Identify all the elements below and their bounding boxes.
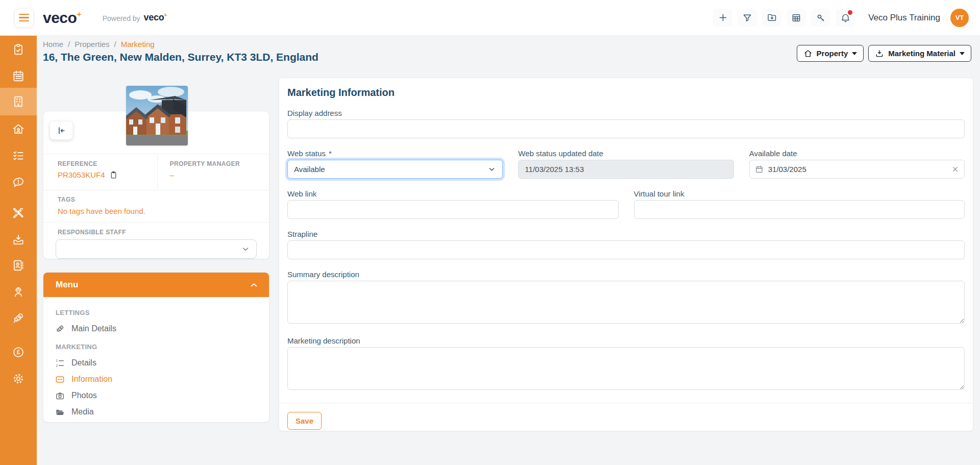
- folder-export-button[interactable]: [762, 9, 781, 27]
- key-button[interactable]: [811, 9, 830, 27]
- strapline-label: Strapline: [287, 230, 965, 238]
- sidebar-item-tools[interactable]: [0, 202, 37, 225]
- close-icon: [951, 165, 959, 173]
- sidebar-item-import[interactable]: [0, 229, 37, 251]
- sidebar-item-chat[interactable]: [0, 171, 37, 193]
- calendar-icon: [12, 69, 25, 83]
- hamburger-menu-button[interactable]: [14, 8, 34, 28]
- responsible-staff-select[interactable]: [56, 239, 257, 259]
- web-status-select[interactable]: Available: [287, 160, 503, 179]
- display-address-label: Display address: [287, 109, 965, 117]
- account-name: Veco Plus Training: [868, 13, 940, 23]
- header-actions: Property Marketing Material: [797, 45, 971, 62]
- footer-divider: [279, 403, 973, 403]
- info-card-icon: [55, 375, 65, 384]
- open-folder-icon: [55, 407, 65, 417]
- property-manager-value: –: [170, 170, 270, 179]
- tags-empty-text: No tags have been found.: [58, 207, 269, 215]
- links-row: Web link Virtual tour link: [287, 189, 965, 219]
- sidebar-item-contacts[interactable]: [0, 254, 37, 277]
- avatar[interactable]: VT: [950, 9, 969, 27]
- house-icon: [803, 49, 813, 58]
- filter-button[interactable]: [738, 9, 757, 27]
- breadcrumb-separator: /: [114, 40, 116, 48]
- menu-item-label: Media: [71, 407, 94, 417]
- rocket-icon: [55, 324, 65, 334]
- notification-badge: [848, 10, 852, 15]
- menu-title: Menu: [56, 280, 78, 290]
- save-button[interactable]: Save: [287, 412, 322, 430]
- form-title: Marketing Information: [287, 87, 965, 99]
- property-dropdown-button[interactable]: Property: [797, 45, 864, 62]
- property-photo[interactable]: [126, 86, 188, 145]
- sidebar-item-accounts[interactable]: £: [0, 341, 37, 363]
- checklist-icon: [12, 149, 25, 162]
- sidebar-item-contractor[interactable]: [0, 281, 37, 303]
- marketing-information-card: Marketing Information Display address We…: [279, 78, 973, 431]
- table-button[interactable]: [787, 9, 806, 27]
- contractor-icon: [12, 285, 25, 299]
- tags-label: TAGS: [58, 196, 269, 203]
- sidebar-item-calendar[interactable]: [0, 65, 37, 87]
- breadcrumb-properties[interactable]: Properties: [75, 40, 109, 48]
- marketing-description-textarea[interactable]: [287, 347, 965, 390]
- required-asterisk: *: [329, 149, 332, 158]
- chevron-down-icon: [487, 165, 496, 174]
- sidebar-item-building[interactable]: [0, 88, 37, 115]
- menu-card: Menu LETTINGS Main Details MARKETING 12 …: [43, 272, 270, 423]
- menu-header[interactable]: Menu: [43, 273, 269, 297]
- summary-description-textarea[interactable]: [287, 281, 965, 324]
- notifications-button[interactable]: [836, 9, 855, 27]
- virtual-tour-link-group: Virtual tour link: [634, 189, 965, 219]
- building-icon: [12, 95, 25, 108]
- tools-icon: [12, 207, 25, 220]
- virtual-tour-link-input[interactable]: [634, 200, 965, 219]
- strapline-input[interactable]: [287, 240, 965, 259]
- reference-row: REFERENCE PR3053KUF4 PROPERTY MANAGER –: [43, 154, 269, 190]
- available-date-input[interactable]: [768, 165, 947, 174]
- topbar-actions: Veco Plus Training VT: [713, 9, 980, 27]
- reference-label: REFERENCE: [58, 160, 157, 167]
- reference-block: REFERENCE PR3053KUF4: [43, 154, 157, 190]
- sidebar-item-settings[interactable]: [0, 368, 37, 390]
- menu-item-main-details[interactable]: Main Details: [55, 322, 257, 335]
- folder-export-icon: [767, 12, 777, 23]
- property-button-label: Property: [817, 49, 848, 58]
- available-date-field[interactable]: [749, 160, 965, 179]
- summary-description-label: Summary description: [287, 270, 965, 279]
- marketing-description-label: Marketing description: [287, 336, 965, 345]
- powered-brand-logo: veco+: [144, 12, 167, 23]
- chevron-up-icon: [249, 280, 259, 290]
- copy-icon[interactable]: [109, 170, 118, 179]
- marketing-description-group: Marketing description: [287, 336, 965, 392]
- menu-item-information[interactable]: Information: [55, 373, 257, 386]
- menu-item-photos[interactable]: Photos: [55, 389, 257, 402]
- collapse-panel-button[interactable]: [50, 121, 73, 140]
- marketing-material-dropdown-button[interactable]: Marketing Material: [868, 45, 971, 62]
- svg-text:1: 1: [56, 359, 58, 362]
- page-title: 16, The Green, New Malden, Surrey, KT3 3…: [43, 51, 318, 63]
- display-address-group: Display address: [287, 109, 965, 138]
- sidebar-item-house[interactable]: [0, 118, 37, 140]
- sidebar-item-rocket[interactable]: [0, 307, 37, 329]
- property-photo-image: [126, 86, 188, 145]
- powered-by: Powered by veco+: [103, 12, 167, 23]
- sidebar-item-checklist[interactable]: [0, 144, 37, 167]
- breadcrumb-marketing: Marketing: [121, 40, 155, 48]
- clear-date-button[interactable]: [951, 165, 959, 173]
- display-address-input[interactable]: [287, 119, 965, 138]
- breadcrumb-home[interactable]: Home: [43, 40, 63, 48]
- menu-item-media[interactable]: Media: [55, 405, 257, 419]
- web-status-updated-label: Web status updated date: [518, 149, 733, 158]
- svg-text:£: £: [17, 349, 20, 356]
- reference-value[interactable]: PR3053KUF4: [58, 170, 105, 179]
- tags-section: TAGS No tags have been found.: [43, 190, 269, 223]
- caret-down-icon: [960, 52, 965, 55]
- menu-item-label: Main Details: [71, 324, 116, 333]
- menu-item-details[interactable]: 12 Details: [55, 356, 257, 370]
- sidebar-item-clipboard[interactable]: [0, 38, 37, 61]
- key-icon: [816, 13, 826, 23]
- menu-section-lettings: LETTINGS: [56, 309, 257, 316]
- add-button[interactable]: [713, 9, 732, 27]
- web-link-input[interactable]: [287, 200, 619, 219]
